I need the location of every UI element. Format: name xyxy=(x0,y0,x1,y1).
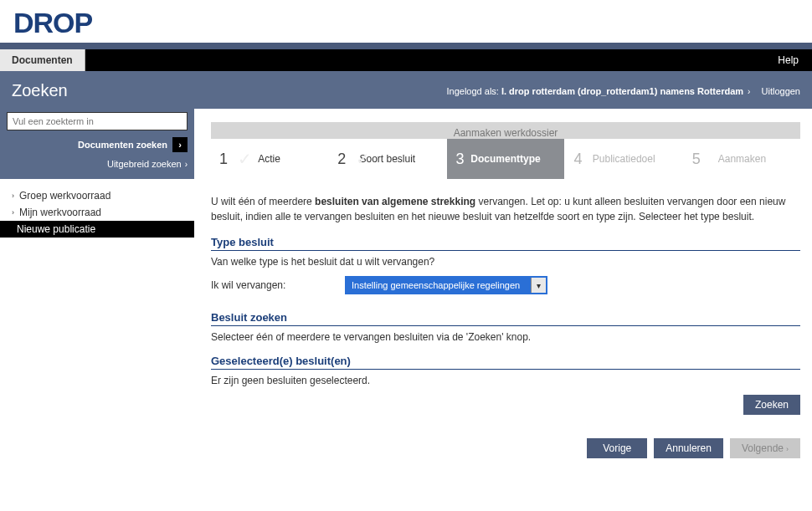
chevron-right-icon: › xyxy=(748,87,750,96)
stepper: Aanmaken werkdossier 1 Actie 2 Soort bes… xyxy=(211,122,800,179)
intro-bold: besluiten van algemene strekking xyxy=(315,196,475,207)
section-geselecteerd: Geselecteerd(e) besluit(en) xyxy=(211,355,800,370)
step-label: Actie xyxy=(258,153,280,165)
form-label-replace: Ik wil vervangen: xyxy=(211,279,345,291)
chevron-right-icon: › xyxy=(12,208,14,217)
search-input[interactable] xyxy=(7,112,188,130)
loggedin-user: I. drop rotterdam (drop_rotterdam1) name… xyxy=(501,86,743,96)
chevron-right-icon: › xyxy=(786,445,789,453)
login-info: Ingelogd als: I. drop rotterdam (drop_ro… xyxy=(447,86,801,96)
step-label: Publicatiedoel xyxy=(593,153,655,165)
search-submit-button[interactable]: Documenten zoeken › xyxy=(7,137,188,152)
main-content: Aanmaken werkdossier 1 Actie 2 Soort bes… xyxy=(194,109,812,492)
volgende-label: Volgende xyxy=(742,442,784,454)
chevron-right-icon: › xyxy=(185,160,188,169)
annuleren-button[interactable]: Annuleren xyxy=(654,438,723,458)
step-number: 4 xyxy=(574,151,583,168)
app-logo: DROP xyxy=(0,0,812,43)
section-besluit-zoeken: Besluit zoeken xyxy=(211,311,800,326)
page-title: Zoeken xyxy=(12,81,68,100)
section-type-sub: Van welke type is het besluit dat u wilt… xyxy=(211,256,800,268)
topbar-strip xyxy=(0,43,812,49)
stepper-title: Aanmaken werkdossier xyxy=(211,122,800,139)
footer-buttons: Vorige Annuleren Volgende› xyxy=(211,438,800,458)
step-label: Soort besluit xyxy=(359,153,415,165)
step-number: 2 xyxy=(337,151,346,168)
section-type-besluit: Type besluit xyxy=(211,236,800,251)
loggedin-prefix: Ingelogd als: xyxy=(447,86,499,96)
sidebar-item-label: Nieuwe publicatie xyxy=(17,223,95,235)
step-publicatiedoel: 4 Publicatiedoel xyxy=(566,139,684,179)
step-number: 5 xyxy=(692,151,701,168)
step-label: Aanmaken xyxy=(718,153,766,165)
sidebar-item-label: Mijn werkvoorraad xyxy=(19,207,101,218)
menubar: Documenten Help xyxy=(0,49,812,71)
step-documenttype[interactable]: 3 Documenttype xyxy=(447,139,565,179)
advanced-search-link[interactable]: Uitgebreid zoeken › xyxy=(7,159,188,169)
search-panel: Documenten zoeken › Uitgebreid zoeken › xyxy=(0,109,194,179)
zoeken-button[interactable]: Zoeken xyxy=(743,395,800,415)
step-number: 1 xyxy=(219,151,228,168)
logout-link[interactable]: Uitloggen xyxy=(762,86,800,96)
section-zoeken-sub: Selecteer één of meerdere te vervangen b… xyxy=(211,331,800,343)
section-geselecteerd-sub: Er zijn geen besluiten geselecteerd. xyxy=(211,375,800,386)
sidebar-item-label: Groep werkvoorraad xyxy=(19,190,110,202)
step-number: 3 xyxy=(455,151,464,168)
nav-list: › Groep werkvoorraad › Mijn werkvoorraad… xyxy=(0,179,194,246)
step-label: Documenttype xyxy=(470,153,540,165)
intro-before: U wilt één of meerdere xyxy=(211,196,315,207)
step-actie[interactable]: 1 Actie xyxy=(211,139,329,179)
vorige-button[interactable]: Vorige xyxy=(587,438,647,458)
advanced-search-label: Uitgebreid zoeken xyxy=(107,159,182,169)
step-aanmaken: 5 Aanmaken xyxy=(684,139,800,179)
volgende-button: Volgende› xyxy=(730,438,800,458)
tab-documenten[interactable]: Documenten xyxy=(0,49,85,71)
select-value: Instelling gemeenschappelijke regelingen xyxy=(347,280,531,290)
arrow-right-icon: › xyxy=(172,137,188,152)
intro-text: U wilt één of meerdere besluiten van alg… xyxy=(211,194,800,224)
form-row-replace: Ik wil vervangen: Instelling gemeenschap… xyxy=(211,276,800,294)
search-submit-label: Documenten zoeken xyxy=(78,140,167,150)
subheader: Zoeken Ingelogd als: I. drop rotterdam (… xyxy=(0,71,812,109)
sidebar: Documenten zoeken › Uitgebreid zoeken › … xyxy=(0,109,194,492)
sidebar-item-nieuwe-publicatie[interactable]: Nieuwe publicatie xyxy=(0,221,194,238)
sidebar-item-groep[interactable]: › Groep werkvoorraad xyxy=(0,187,194,204)
help-link[interactable]: Help xyxy=(764,54,812,66)
sidebar-item-mijn[interactable]: › Mijn werkvoorraad xyxy=(0,204,194,221)
chevron-right-icon: › xyxy=(12,192,14,200)
besluit-type-select[interactable]: Instelling gemeenschappelijke regelingen… xyxy=(345,276,547,294)
step-soort-besluit[interactable]: 2 Soort besluit xyxy=(329,139,447,179)
chevron-down-icon: ▾ xyxy=(531,278,546,293)
